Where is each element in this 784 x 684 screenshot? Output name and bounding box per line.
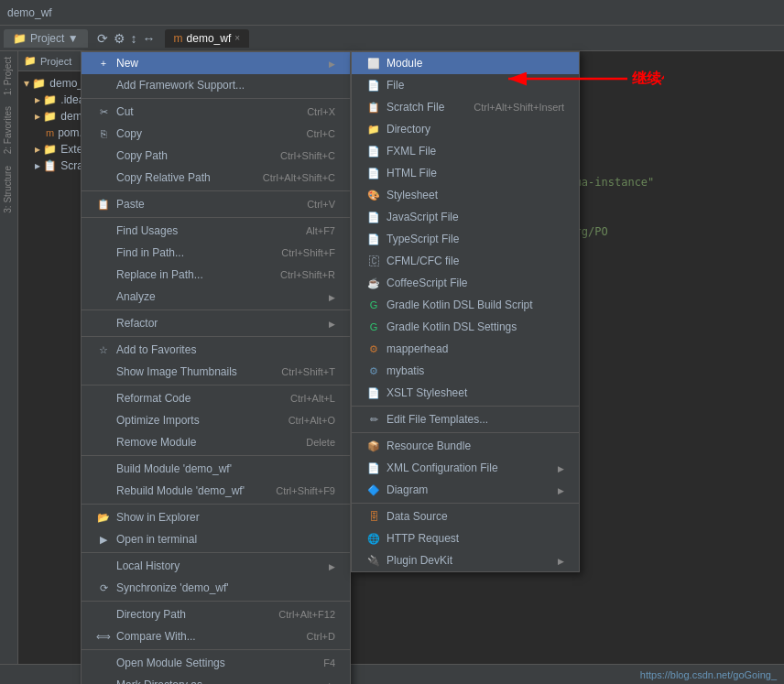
menu-item-show-explorer[interactable]: 📂 Show in Explorer bbox=[82, 506, 350, 528]
sep2 bbox=[82, 190, 350, 191]
find-usages-icon bbox=[96, 223, 111, 238]
menu-item-optimize[interactable]: Optimize Imports Ctrl+Alt+O bbox=[82, 409, 350, 431]
menu-item-build[interactable]: Build Module 'demo_wf' bbox=[82, 458, 350, 480]
menu-item-http[interactable]: 🌐 HTTP Request bbox=[352, 527, 579, 549]
menu-item-resource-bundle[interactable]: 📦 Resource Bundle bbox=[352, 435, 579, 457]
menu-item-gradle-build[interactable]: G Gradle Kotlin DSL Build Script bbox=[352, 294, 579, 316]
menu-label-find-usages: Find Usages bbox=[116, 224, 178, 237]
explorer-icon: 📂 bbox=[96, 510, 111, 525]
menu-item-data-source[interactable]: 🗄 Data Source bbox=[352, 505, 579, 527]
menu-label-fxml: FXML File bbox=[387, 145, 436, 157]
menu-item-mybatis[interactable]: ⚙ mybatis bbox=[352, 360, 579, 382]
dir-path-shortcut: Ctrl+Alt+F12 bbox=[278, 609, 335, 620]
fxml-icon: 📄 bbox=[366, 144, 381, 158]
menu-label-reformat: Reformat Code bbox=[116, 392, 191, 405]
scratch-file-icon: 📋 bbox=[366, 100, 381, 114]
menu-item-add-favorites[interactable]: ☆ Add to Favorites bbox=[82, 339, 350, 361]
menu-item-analyze[interactable]: Analyze bbox=[82, 286, 350, 308]
menu-label-rebuild: Rebuild Module 'demo_wf' bbox=[116, 484, 245, 497]
history-arrow bbox=[329, 559, 335, 572]
menu-item-local-history[interactable]: Local History bbox=[82, 555, 350, 577]
sep10 bbox=[82, 601, 350, 602]
menu-item-compare[interactable]: ⟺ Compare With... Ctrl+D bbox=[82, 625, 350, 647]
menu-label-analyze: Analyze bbox=[116, 290, 156, 303]
module-icon-2: ⬜ bbox=[366, 56, 381, 71]
menu-label-thumbnails: Show Image Thumbnails bbox=[116, 365, 237, 378]
menu-item-copy-path[interactable]: Copy Path Ctrl+Shift+C bbox=[82, 145, 350, 167]
menu-item-remove-module[interactable]: Remove Module Delete bbox=[82, 431, 350, 453]
menu-item-terminal[interactable]: ▶ Open in terminal bbox=[82, 528, 350, 550]
menu-item-stylesheet[interactable]: 🎨 Stylesheet bbox=[352, 184, 579, 206]
menu-item-find-usages[interactable]: Find Usages Alt+F7 bbox=[82, 220, 350, 242]
menu-item-edit-templates[interactable]: ✏ Edit File Templates... bbox=[352, 408, 579, 430]
menu-item-directory[interactable]: 📁 Directory bbox=[352, 118, 579, 140]
menu-item-module-settings[interactable]: Open Module Settings F4 bbox=[82, 652, 350, 674]
scratch-shortcut: Ctrl+Alt+Shift+Insert bbox=[474, 102, 564, 113]
menu-item-cfml[interactable]: 🇨 CFML/CFC file bbox=[352, 250, 579, 272]
directory-icon: 📁 bbox=[366, 122, 381, 136]
menu-item-copy-relative[interactable]: Copy Relative Path Ctrl+Alt+Shift+C bbox=[82, 167, 350, 189]
menu-label-copy-path: Copy Path bbox=[116, 149, 168, 162]
context-menu-overlay: + New Add Framework Support... ✂ Cut Ctr… bbox=[0, 0, 784, 684]
menu-label-synchronize: Synchronize 'demo_wf' bbox=[116, 581, 229, 594]
menu-item-replace[interactable]: Replace in Path... Ctrl+Shift+R bbox=[82, 264, 350, 286]
menu-label-build: Build Module 'demo_wf' bbox=[116, 462, 232, 475]
menu-item-paste[interactable]: 📋 Paste Ctrl+V bbox=[82, 193, 350, 215]
rebuild-shortcut: Ctrl+Shift+F9 bbox=[276, 485, 335, 496]
menu-item-xml-config[interactable]: 📄 XML Configuration File bbox=[352, 457, 579, 479]
module-settings-shortcut: F4 bbox=[323, 657, 335, 668]
sep11 bbox=[82, 649, 350, 650]
menu-item-scratch-file[interactable]: 📋 Scratch File Ctrl+Alt+Shift+Insert bbox=[352, 96, 579, 118]
mark-dir-icon bbox=[96, 678, 111, 684]
menu-item-dir-path[interactable]: Directory Path Ctrl+Alt+F12 bbox=[82, 603, 350, 625]
menu-item-refactor[interactable]: Refactor bbox=[82, 312, 350, 334]
menu-item-html[interactable]: 📄 HTML File bbox=[352, 162, 579, 184]
menu-item-rebuild[interactable]: Rebuild Module 'demo_wf' Ctrl+Shift+F9 bbox=[82, 480, 350, 502]
menu-label-add-favorites: Add to Favorites bbox=[116, 343, 196, 356]
module-settings-icon bbox=[96, 656, 111, 670]
sep5 bbox=[82, 336, 350, 337]
menu-label-find-in-path: Find in Path... bbox=[116, 246, 184, 259]
menu-item-cut[interactable]: ✂ Cut Ctrl+X bbox=[82, 101, 350, 123]
menu-label-http: HTTP Request bbox=[387, 532, 459, 545]
menu-label-edit-templates: Edit File Templates... bbox=[387, 413, 488, 426]
remove-icon bbox=[96, 435, 111, 450]
status-url: https://blog.csdn.net/goGoing_ bbox=[640, 669, 777, 680]
menu-item-new[interactable]: + New bbox=[82, 52, 350, 74]
menu-label-dir-path: Directory Path bbox=[116, 608, 186, 621]
framework-icon bbox=[96, 78, 111, 92]
menu-item-synchronize[interactable]: ⟳ Synchronize 'demo_wf' bbox=[82, 577, 350, 599]
context-menu-primary: + New Add Framework Support... ✂ Cut Ctr… bbox=[81, 51, 351, 684]
menu-item-mark-dir[interactable]: Mark Directory as bbox=[82, 674, 350, 684]
menu-item-reformat[interactable]: Reformat Code Ctrl+Alt+L bbox=[82, 387, 350, 409]
menu-item-find-in-path[interactable]: Find in Path... Ctrl+Shift+F bbox=[82, 242, 350, 264]
terminal-icon: ▶ bbox=[96, 532, 111, 547]
menu-item-file[interactable]: 📄 File bbox=[352, 74, 579, 96]
menu-item-ts[interactable]: 📄 TypeScript File bbox=[352, 228, 579, 250]
menu-label-compare: Compare With... bbox=[116, 630, 196, 643]
menu-item-fxml[interactable]: 📄 FXML File bbox=[352, 140, 579, 162]
menu-label-diagram: Diagram bbox=[387, 483, 428, 496]
menu-item-gradle-settings[interactable]: G Gradle Kotlin DSL Settings bbox=[352, 316, 579, 338]
menu-item-plugin[interactable]: 🔌 Plugin DevKit bbox=[352, 549, 579, 571]
replace-icon bbox=[96, 267, 111, 282]
thumbnails-shortcut: Ctrl+Shift+T bbox=[281, 366, 335, 377]
menu-item-add-framework[interactable]: Add Framework Support... bbox=[82, 74, 350, 96]
menu-label-directory: Directory bbox=[387, 123, 430, 136]
menu-item-diagram[interactable]: 🔷 Diagram bbox=[352, 479, 579, 501]
menu-item-copy[interactable]: ⎘ Copy Ctrl+C bbox=[82, 123, 350, 145]
menu-item-thumbnails[interactable]: Show Image Thumbnails Ctrl+Shift+T bbox=[82, 361, 350, 383]
menu-label-stylesheet: Stylesheet bbox=[387, 189, 438, 201]
menu-label-mybatis: mybatis bbox=[387, 364, 424, 377]
menu-item-coffee[interactable]: ☕ CoffeeScript File bbox=[352, 272, 579, 294]
menu-item-xslt[interactable]: 📄 XSLT Stylesheet bbox=[352, 382, 579, 404]
xml-config-icon: 📄 bbox=[366, 461, 381, 475]
menu-label-module: Module bbox=[387, 57, 422, 70]
mybatis-icon: ⚙ bbox=[366, 364, 381, 378]
menu-item-mapperhead[interactable]: ⚙ mapperhead bbox=[352, 338, 579, 360]
menu-item-module[interactable]: ⬜ Module bbox=[352, 52, 579, 74]
menu-item-js[interactable]: 📄 JavaScript File bbox=[352, 206, 579, 228]
optimize-icon bbox=[96, 413, 111, 428]
mapper-icon: ⚙ bbox=[366, 342, 381, 356]
menu-label-mapperhead: mapperhead bbox=[387, 342, 448, 355]
